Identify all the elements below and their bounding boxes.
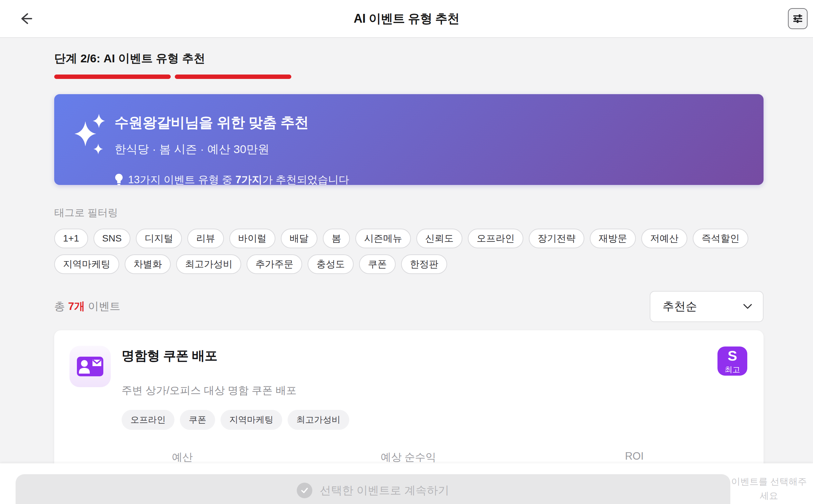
contact-card-icon (77, 357, 103, 376)
page-title: AI 이벤트 유형 추천 (354, 10, 459, 27)
filter-tag-chip[interactable]: 시즌메뉴 (355, 229, 411, 248)
event-tag: 쿠폰 (180, 410, 215, 430)
event-tag: 최고가성비 (288, 410, 349, 430)
stat-label: 예산 (69, 450, 295, 464)
stat-label: 예상 순수익 (295, 450, 521, 464)
recommendation-banner: 수원왕갈비님을 위한 맞춤 추천 한식당 · 봄 시즌 · 예산 30만원 13… (54, 94, 764, 185)
filter-tag-chip[interactable]: 오프라인 (468, 229, 523, 248)
filter-tag-chip[interactable]: 추가주문 (247, 254, 302, 274)
banner-note-text: 13가지 이벤트 유형 중 7가지가 추천되었습니다 (128, 173, 349, 187)
progress-segment (54, 75, 171, 79)
continue-button-inner: 선택한 이벤트로 계속하기 (297, 483, 449, 498)
sparkles-icon (70, 111, 108, 164)
filter-tag-chip[interactable]: 재방문 (590, 229, 636, 248)
event-count-number: 7개 (68, 300, 85, 312)
progress-segment (175, 75, 291, 79)
tag-filter-section: 태그로 필터링 1+1SNS디지털리뷰바이럴배달봄시즌메뉴신뢰도오프라인장기전략… (54, 206, 764, 274)
back-button[interactable] (14, 7, 38, 30)
filter-tag-chip[interactable]: 저예산 (641, 229, 687, 248)
event-description: 주변 상가/오피스 대상 명함 쿠폰 배포 (122, 383, 717, 398)
filter-tag-chip[interactable]: 충성도 (308, 254, 354, 274)
event-tag: 지역마케팅 (221, 410, 282, 430)
filter-tag-chip[interactable]: 1+1 (54, 229, 88, 248)
filter-settings-button[interactable] (788, 8, 808, 29)
event-icon (69, 346, 111, 387)
event-tag: 오프라인 (122, 410, 174, 430)
filter-tag-chip[interactable]: 차별화 (125, 254, 171, 274)
lightbulb-icon (114, 173, 123, 186)
filter-tag-chip[interactable]: 바이럴 (229, 229, 275, 248)
event-card-main: 명함형 쿠폰 배포 주변 상가/오피스 대상 명함 쿠폰 배포 오프라인쿠폰지역… (122, 346, 717, 430)
grade-letter: S (728, 349, 737, 363)
filter-tag-chip[interactable]: 즉석할인 (693, 229, 748, 248)
step-label: 단계 2/6: AI 이벤트 유형 추천 (54, 51, 764, 66)
filter-tag-chip[interactable]: 쿠폰 (359, 254, 396, 274)
banner-subtitle: 한식당 · 봄 시즌 · 예산 30만원 (114, 142, 349, 157)
app-header: AI 이벤트 유형 추천 (0, 0, 813, 38)
grade-label: 최고 (725, 366, 740, 374)
filter-tag-chip[interactable]: 봄 (323, 229, 350, 248)
filter-tag-chip[interactable]: 지역마케팅 (54, 254, 119, 274)
bottom-bar: 선택한 이벤트로 계속하기 이벤트를 선택해주세요 (0, 463, 813, 504)
banner-note: 13가지 이벤트 유형 중 7가지가 추천되었습니다 (114, 173, 349, 187)
check-circle-icon (297, 483, 312, 498)
content: 단계 2/6: AI 이벤트 유형 추천 수원왕갈비님을 위한 맞춤 추천 한식… (54, 37, 764, 504)
chevron-down-icon (743, 303, 753, 310)
filter-tag-chip[interactable]: 최고가성비 (176, 254, 241, 274)
filter-tag-chip[interactable]: 리뷰 (187, 229, 224, 248)
tag-filter-label: 태그로 필터링 (54, 206, 764, 220)
filter-tag-chip[interactable]: 장기전략 (529, 229, 584, 248)
filter-tag-chip[interactable]: 배달 (281, 229, 317, 248)
continue-button[interactable]: 선택한 이벤트로 계속하기 (16, 474, 730, 504)
progress-bar (54, 75, 764, 79)
event-card-top: 명함형 쿠폰 배포 주변 상가/오피스 대상 명함 쿠폰 배포 오프라인쿠폰지역… (69, 346, 747, 430)
filter-tag-chip[interactable]: 한정판 (401, 254, 447, 274)
selection-hint: 이벤트를 선택해주세요 (730, 475, 808, 503)
event-title: 명함형 쿠폰 배포 (122, 347, 717, 364)
banner-text: 수원왕갈비님을 위한 맞춤 추천 한식당 · 봄 시즌 · 예산 30만원 13… (114, 113, 349, 187)
back-arrow-icon (19, 11, 34, 26)
grade-badge: S 최고 (717, 346, 747, 376)
banner-title: 수원왕갈비님을 위한 맞춤 추천 (114, 113, 349, 132)
filter-tag-chip[interactable]: 신뢰도 (416, 229, 462, 248)
event-count: 총 7개 이벤트 (54, 299, 121, 314)
progress-section: 단계 2/6: AI 이벤트 유형 추천 (54, 51, 764, 79)
list-header: 총 7개 이벤트 추천순 (54, 291, 764, 322)
stat-label: ROI (521, 450, 747, 462)
sort-selected-label: 추천순 (663, 299, 697, 314)
sort-dropdown[interactable]: 추천순 (650, 291, 764, 322)
tag-filter-chips: 1+1SNS디지털리뷰바이럴배달봄시즌메뉴신뢰도오프라인장기전략재방문저예산즉석… (54, 229, 764, 274)
screen: { "header": { "title": "AI 이벤트 유형 추천" },… (0, 0, 813, 504)
filter-tag-chip[interactable]: SNS (93, 229, 131, 248)
event-tags: 오프라인쿠폰지역마케팅최고가성비 (122, 410, 717, 430)
filter-tag-chip[interactable]: 디지털 (136, 229, 182, 248)
continue-button-label: 선택한 이벤트로 계속하기 (320, 483, 449, 498)
sliders-icon (792, 13, 804, 25)
